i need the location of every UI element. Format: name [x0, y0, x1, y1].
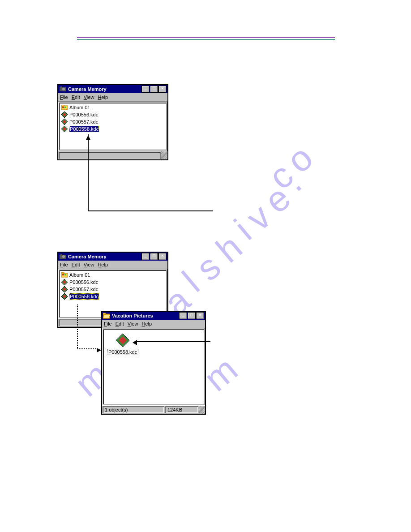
resize-grip[interactable] — [199, 406, 205, 414]
list-item[interactable]: P000556.kdc — [60, 279, 165, 286]
kdc-icon — [61, 286, 68, 292]
menu-edit[interactable]: Edit — [72, 262, 80, 267]
close-button[interactable]: × — [158, 253, 167, 260]
header-rule — [77, 37, 335, 40]
svg-rect-18 — [61, 272, 64, 274]
svg-point-16 — [62, 255, 65, 258]
svg-rect-19 — [62, 274, 64, 275]
svg-marker-33 — [133, 340, 137, 345]
app-icon — [59, 86, 66, 92]
menu-help[interactable]: Help — [98, 262, 108, 267]
menu-help[interactable]: Help — [98, 94, 108, 100]
item-label: Album 01 — [69, 105, 90, 110]
svg-marker-32 — [97, 348, 101, 352]
svg-marker-29 — [103, 315, 110, 318]
svg-rect-1 — [60, 86, 62, 88]
menu-file[interactable]: File — [60, 262, 68, 267]
watermark: s — [188, 247, 228, 289]
kdc-icon — [116, 333, 130, 348]
thumbnail-label: P000558.kdc — [107, 349, 138, 355]
item-label: P000557.kdc — [69, 287, 98, 292]
list-item[interactable]: P000557.kdc — [60, 118, 165, 125]
drag-path — [77, 348, 98, 349]
titlebar[interactable]: Camera Memory _ □ × — [58, 85, 167, 93]
maximize-button[interactable]: □ — [150, 86, 158, 93]
resize-grip[interactable] — [161, 151, 167, 159]
status-objects: 1 object(s) — [103, 406, 164, 413]
menu-file[interactable]: File — [104, 321, 112, 326]
menu-file[interactable]: File — [60, 94, 68, 100]
list-item[interactable]: Album 01 — [60, 271, 165, 279]
svg-rect-15 — [60, 254, 62, 255]
list-item[interactable]: P000557.kdc — [60, 286, 165, 293]
menu-edit[interactable]: Edit — [116, 321, 124, 326]
svg-rect-6 — [64, 107, 66, 108]
item-label: P000558.kdc — [69, 126, 99, 132]
list-item[interactable]: P000558.kdc — [60, 125, 165, 133]
app-icon — [59, 253, 66, 260]
camera-memory-window-1: Camera Memory _ □ × File Edit View Help … — [57, 84, 168, 160]
watermark: c — [261, 155, 300, 198]
watermark: l — [175, 264, 206, 300]
list-item[interactable]: P000556.kdc — [60, 111, 165, 118]
minimize-button[interactable]: _ — [141, 253, 150, 260]
minimize-button[interactable]: _ — [179, 312, 187, 319]
list-item[interactable]: P000558.kdc — [60, 293, 165, 300]
watermark: e — [257, 178, 298, 222]
kdc-icon — [61, 126, 68, 132]
file-list: Album 01 P000556.kdc P000557.kdc P000558… — [59, 103, 167, 150]
svg-point-2 — [62, 88, 65, 90]
statusbar: 1 object(s) 124KB — [102, 405, 205, 414]
close-button[interactable]: × — [196, 312, 204, 319]
menubar: File Edit View Help — [102, 320, 205, 328]
status-cell — [59, 152, 161, 159]
svg-rect-4 — [61, 105, 64, 106]
vacation-pictures-window: Vacation Pictures _ □ × File Edit View H… — [101, 311, 206, 415]
folder-icon — [61, 105, 68, 110]
arrowhead-icon — [133, 339, 137, 347]
menu-view[interactable]: View — [128, 321, 138, 326]
kdc-icon — [61, 293, 68, 300]
item-label: P000557.kdc — [69, 119, 98, 124]
maximize-button[interactable]: □ — [150, 253, 158, 260]
arrowhead-icon — [86, 133, 90, 142]
window-title: Vacation Pictures — [112, 313, 179, 318]
item-label: P000558.kdc — [69, 293, 99, 300]
svg-marker-13 — [86, 135, 90, 140]
callout-arrow — [88, 134, 89, 211]
titlebar[interactable]: Camera Memory _ □ × — [58, 253, 167, 261]
kdc-icon — [61, 112, 68, 118]
item-label: P000556.kdc — [69, 112, 98, 117]
minimize-button[interactable]: _ — [141, 86, 150, 93]
menu-view[interactable]: View — [84, 94, 94, 100]
arrowhead-icon — [97, 346, 101, 354]
item-label: Album 01 — [69, 272, 90, 278]
file-thumbnails: P000558.kdc — [103, 329, 204, 404]
folder-open-icon — [103, 313, 110, 319]
folder-icon — [61, 272, 68, 278]
svg-rect-20 — [64, 274, 66, 275]
list-item[interactable]: Album 01 — [60, 104, 165, 111]
watermark: v — [239, 197, 278, 239]
watermark: i — [227, 212, 258, 249]
svg-rect-5 — [62, 107, 64, 108]
window-title: Camera Memory — [68, 254, 141, 259]
status-size: 124KB — [165, 406, 198, 413]
menu-help[interactable]: Help — [141, 321, 152, 326]
callout-arrow — [135, 341, 210, 342]
kdc-icon — [61, 119, 68, 125]
window-title: Camera Memory — [68, 86, 141, 92]
svg-rect-28 — [103, 313, 106, 314]
kdc-icon — [61, 279, 68, 285]
statusbar — [58, 151, 167, 159]
titlebar[interactable]: Vacation Pictures _ □ × — [102, 312, 205, 320]
menubar: File Edit View Help — [58, 93, 167, 102]
menu-view[interactable]: View — [84, 262, 94, 267]
watermark: . — [275, 162, 309, 199]
close-button[interactable]: × — [158, 86, 167, 93]
menu-edit[interactable]: Edit — [72, 94, 80, 100]
maximize-button[interactable]: □ — [188, 312, 196, 319]
drag-path — [77, 305, 78, 349]
menubar: File Edit View Help — [58, 261, 167, 269]
callout-arrow — [88, 210, 213, 211]
